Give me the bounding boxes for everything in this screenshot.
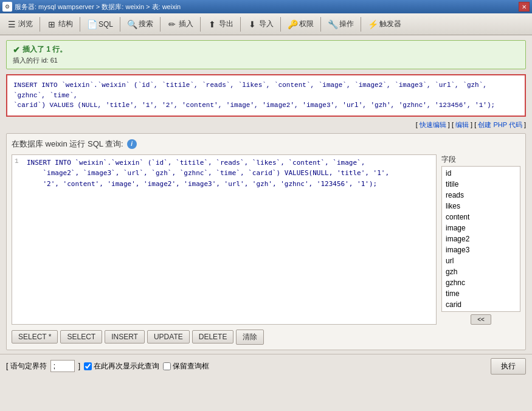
toolbar-browse[interactable]: ☰ 浏览: [2, 16, 37, 32]
toolbar-divider-9: [361, 17, 361, 32]
field-item[interactable]: content: [443, 212, 519, 223]
title-bar-text: 服务器: mysql wampserver > 数据库: weixin > 表:…: [15, 2, 519, 12]
select-star-button[interactable]: SELECT *: [12, 330, 58, 344]
retain-query-checkbox[interactable]: [163, 362, 171, 370]
field-item[interactable]: id: [443, 168, 519, 179]
retain-query-checkbox-label[interactable]: 保留查询框: [163, 361, 209, 371]
delimiter-close: ]: [78, 362, 80, 370]
delimiter-label: [ 语句定界符: [6, 361, 47, 371]
browse-icon: ☰: [7, 19, 16, 29]
operations-icon: 🔧: [328, 19, 337, 29]
bottom-bar: [ 语句定界符 ] 在此再次显示此查询 保留查询框 执行: [0, 354, 532, 378]
sql-line-1: INSERT INTO `weixin`.`weixin` (`id`, `ti…: [13, 80, 519, 100]
fields-label: 字段: [441, 154, 520, 165]
select-button[interactable]: SELECT: [60, 330, 102, 344]
toolbar-insert[interactable]: ✏ 插入: [163, 16, 198, 32]
quick-edit-link[interactable]: 快速编辑: [420, 121, 446, 128]
delete-button[interactable]: DELETE: [192, 330, 234, 344]
field-item[interactable]: likes: [443, 201, 519, 212]
field-item[interactable]: image3: [443, 244, 519, 255]
success-message: ✔ 插入了 1 行。 插入的行 id: 61: [6, 40, 526, 69]
import-icon: ⬇: [247, 19, 257, 29]
query-buttons: SELECT * SELECT INSERT UPDATE DELETE 清除: [12, 330, 520, 345]
toolbar-export[interactable]: ⬆ 导出: [203, 16, 238, 32]
field-item[interactable]: titile: [443, 179, 519, 190]
toolbar-search[interactable]: 🔍 搜索: [123, 16, 157, 32]
query-panel-title: 在数据库 weixin 运行 SQL 查询:: [12, 139, 123, 150]
update-button[interactable]: UPDATE: [147, 330, 190, 344]
field-item[interactable]: image: [443, 223, 519, 233]
query-panel: 在数据库 weixin 运行 SQL 查询: i 1 INSERT INTO `…: [6, 133, 526, 350]
scroll-up-button[interactable]: <<: [471, 314, 491, 325]
insert-button[interactable]: INSERT: [105, 330, 145, 344]
toolbar-import[interactable]: ⬇ 导入: [243, 16, 278, 32]
sql-icon: 📄: [87, 19, 97, 29]
toolbar-divider-5: [200, 17, 201, 32]
success-title: ✔ 插入了 1 行。: [13, 44, 519, 55]
separator-1: ] [: [448, 121, 455, 128]
show-query-checkbox-label[interactable]: 在此再次显示此查询: [84, 361, 159, 371]
query-panel-header: 在数据库 weixin 运行 SQL 查询: i: [12, 139, 520, 150]
field-item[interactable]: gzhnc: [443, 277, 519, 288]
show-query-checkbox[interactable]: [84, 362, 92, 370]
toolbar-divider-1: [40, 17, 40, 32]
bottom-bar-left: [ 语句定界符 ] 在此再次显示此查询 保留查询框: [6, 360, 209, 372]
check-icon: ✔: [13, 45, 20, 55]
toolbar-divider-2: [80, 17, 80, 32]
fields-list[interactable]: idtitilereadslikescontentimageimage2imag…: [441, 166, 520, 312]
toolbar-divider-4: [160, 17, 161, 32]
sql-display: INSERT INTO `weixin`.`weixin` (`id`, `ti…: [6, 74, 526, 117]
search-icon: 🔍: [127, 19, 137, 29]
separator-2: ] [: [471, 121, 478, 128]
title-bar: ⚙ 服务器: mysql wampserver > 数据库: weixin > …: [0, 0, 532, 13]
toolbar-triggers[interactable]: ⚡ 触发器: [364, 16, 406, 32]
insert-icon: ✏: [167, 19, 177, 29]
edit-link[interactable]: 编辑: [455, 121, 469, 128]
info-icon[interactable]: i: [127, 139, 137, 149]
delimiter-input[interactable]: [50, 360, 75, 372]
toolbar-structure[interactable]: ⊞ 结构: [43, 16, 77, 32]
clear-button[interactable]: 清除: [236, 330, 264, 345]
triggers-icon: ⚡: [368, 19, 378, 29]
toolbar-divider-6: [240, 17, 241, 32]
field-item[interactable]: gzh: [443, 266, 519, 277]
close-button[interactable]: ✕: [519, 2, 530, 12]
field-item[interactable]: reads: [443, 190, 519, 201]
fields-panel: 字段 idtitilereadslikescontentimageimage2i…: [441, 154, 520, 325]
main-content: ✔ 插入了 1 行。 插入的行 id: 61 INSERT INTO `weix…: [0, 35, 532, 411]
sql-line-2: `carid`) VALUES (NULL, 'title', '1', '2'…: [13, 100, 519, 111]
structure-icon: ⊞: [47, 19, 57, 29]
create-php-link[interactable]: 创建 PHP 代码: [478, 121, 522, 128]
editor-code[interactable]: INSERT INTO `weixin`.`weixin` (`id`, `ti…: [27, 157, 389, 190]
bracket-close: ]: [524, 121, 526, 128]
toolbar-divider-3: [120, 17, 120, 32]
query-area: 1 INSERT INTO `weixin`.`weixin` (`id`, `…: [12, 154, 520, 325]
field-item[interactable]: url: [443, 255, 519, 266]
toolbar-operations[interactable]: 🔧 操作: [323, 16, 358, 32]
permissions-icon: 🔑: [288, 19, 297, 29]
sql-editor[interactable]: 1 INSERT INTO `weixin`.`weixin` (`id`, `…: [12, 154, 437, 325]
toolbar-sql[interactable]: 📄 SQL: [83, 17, 117, 32]
execute-button[interactable]: 执行: [491, 358, 526, 375]
toolbar-permissions[interactable]: 🔑 权限: [283, 16, 318, 32]
toolbar-divider-7: [280, 17, 281, 32]
editor-line-1: 1 INSERT INTO `weixin`.`weixin` (`id`, `…: [15, 157, 434, 190]
fields-scroll: <<: [441, 314, 520, 325]
line-number: 1: [15, 157, 23, 190]
toolbar-divider-8: [320, 17, 321, 32]
action-links: [ 快速编辑 ] [ 编辑 ] [ 创建 PHP 代码 ]: [6, 120, 526, 130]
field-item[interactable]: time: [443, 288, 519, 299]
success-subtitle: 插入的行 id: 61: [13, 56, 519, 65]
title-bar-icon: ⚙: [2, 2, 12, 12]
field-item[interactable]: image2: [443, 233, 519, 244]
export-icon: ⬆: [207, 19, 217, 29]
toolbar: ☰ 浏览 ⊞ 结构 📄 SQL 🔍 搜索 ✏ 插入 ⬆ 导出 ⬇ 导入 🔑 权限…: [0, 13, 532, 35]
field-item[interactable]: carid: [443, 299, 519, 310]
